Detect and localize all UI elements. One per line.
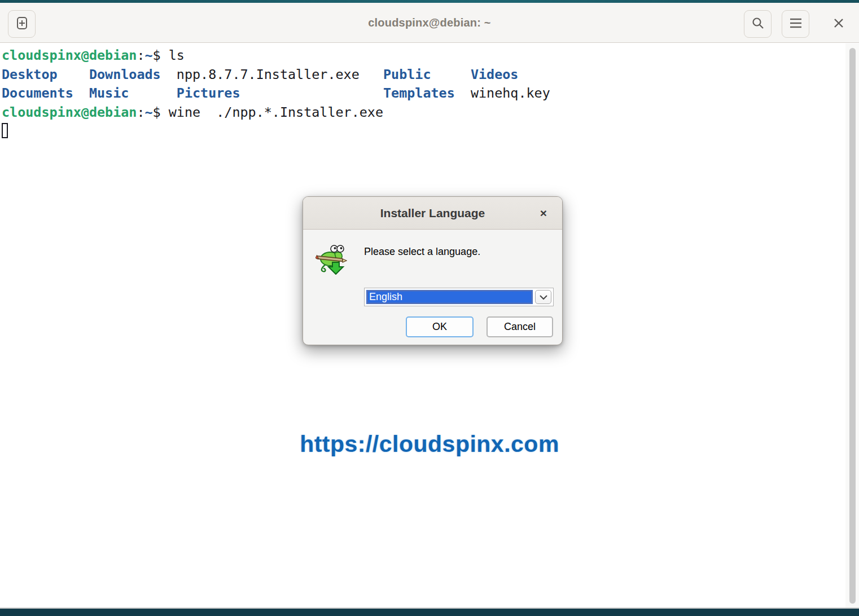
notepad-plus-plus-chameleon-icon <box>315 242 347 275</box>
terminal-cursor <box>2 123 8 138</box>
dialog-titlebar[interactable]: Installer Language × <box>303 197 562 230</box>
terminal-cursor-line <box>2 122 550 141</box>
taskbar-strip <box>0 608 859 616</box>
ok-button[interactable]: OK <box>406 316 474 337</box>
window-title: cloudspinx@debian: ~ <box>0 3 859 43</box>
terminal-scrollbar-track <box>845 43 859 608</box>
terminal-lines: cloudspinx@debian:~$ lsDesktop Downloads… <box>2 46 550 141</box>
language-dropdown-value[interactable]: English <box>366 290 533 304</box>
installer-language-dialog: Installer Language × Please select a lan… <box>303 196 563 345</box>
terminal-headerbar: cloudspinx@debian: ~ <box>0 3 859 43</box>
close-icon <box>832 17 845 32</box>
dialog-close-button[interactable]: × <box>535 197 552 230</box>
search-icon <box>751 16 765 32</box>
close-button[interactable] <box>825 10 852 38</box>
terminal-line: Documents Music Pictures Templates wineh… <box>2 84 550 103</box>
language-dropdown-button[interactable] <box>535 290 551 304</box>
menu-button[interactable] <box>782 10 809 38</box>
new-tab-button[interactable] <box>8 10 36 38</box>
chevron-down-icon <box>539 292 548 302</box>
new-tab-icon <box>15 16 29 33</box>
hamburger-menu-icon <box>788 17 803 32</box>
watermark-url: https://cloudspinx.com <box>300 431 559 457</box>
dialog-message: Please select a language. <box>364 246 480 258</box>
search-button[interactable] <box>744 10 772 38</box>
language-dropdown[interactable]: English <box>364 288 554 306</box>
terminal-scrollbar-thumb[interactable] <box>849 48 856 604</box>
terminal-line: cloudspinx@debian:~$ wine ./npp.*.Instal… <box>2 103 550 122</box>
cancel-button[interactable]: Cancel <box>487 316 553 337</box>
terminal-line: Desktop Downloads npp.8.7.7.Installer.ex… <box>2 65 550 85</box>
terminal-line: cloudspinx@debian:~$ ls <box>2 46 550 65</box>
screen: { "window": { "title": "cloudspinx@debia… <box>0 0 859 616</box>
dialog-title: Installer Language <box>380 206 485 220</box>
